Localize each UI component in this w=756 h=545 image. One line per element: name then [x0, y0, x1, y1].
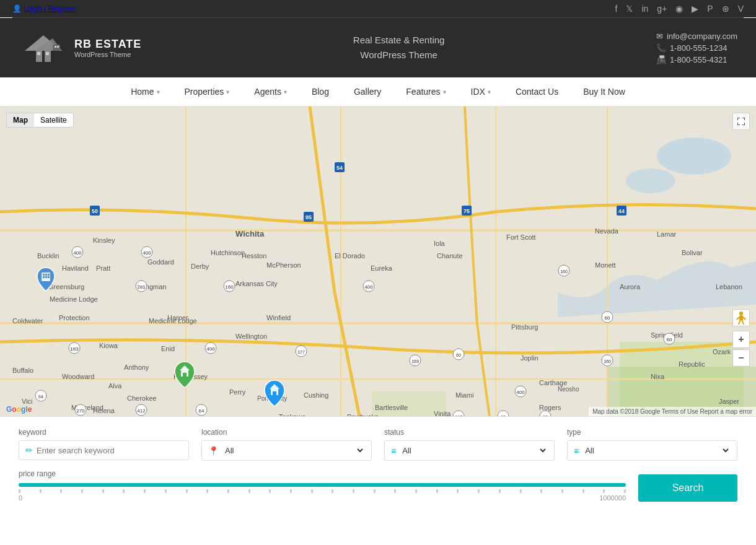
- vimeo-link[interactable]: V: [738, 4, 744, 14]
- nav-contact[interactable]: Contact Us: [503, 77, 571, 106]
- svg-text:Vinita: Vinita: [434, 410, 451, 416]
- svg-text:Neosho: Neosho: [558, 386, 579, 393]
- svg-text:Cherokee: Cherokee: [127, 395, 157, 402]
- svg-text:McPherson: McPherson: [266, 261, 301, 269]
- keyword-input-wrap: ✏: [19, 440, 189, 460]
- linkedin-link[interactable]: in: [641, 4, 648, 14]
- dribbble-link[interactable]: ⊛: [722, 4, 729, 14]
- search-panel: keyword ✏ location 📍 All New York Los An…: [0, 416, 756, 514]
- map-footer: Map data ©2018 Google Terms of Use Repor…: [589, 407, 756, 416]
- pegman-icon: [736, 311, 747, 325]
- map-marker-3[interactable]: [263, 379, 286, 406]
- svg-text:Pittsburg: Pittsburg: [511, 323, 538, 331]
- svg-text:64: 64: [199, 408, 204, 414]
- svg-text:400: 400: [73, 250, 82, 256]
- nav-agents[interactable]: Agents ▾: [242, 77, 299, 106]
- svg-rect-180: [43, 276, 45, 278]
- svg-text:Pawhuska: Pawhuska: [347, 413, 379, 416]
- nav-properties[interactable]: Properties ▾: [172, 77, 242, 106]
- type-select[interactable]: All House Apartment Commercial: [582, 445, 731, 456]
- map-container[interactable]: 85 54 50 75 44 Arkansas City Cushing Tul…: [0, 107, 756, 416]
- map-type-controls: Map Satellite: [6, 113, 74, 128]
- svg-text:183: 183: [70, 346, 79, 352]
- svg-text:Miami: Miami: [455, 391, 473, 399]
- status-field: status ≡ All For Sale For Rent: [384, 428, 555, 461]
- svg-text:Helena: Helena: [93, 407, 115, 414]
- svg-text:Pratt: Pratt: [96, 264, 110, 272]
- search-button[interactable]: Search: [638, 474, 737, 502]
- svg-text:El Dorado: El Dorado: [335, 252, 365, 259]
- svg-rect-5: [46, 52, 49, 55]
- svg-point-10: [657, 137, 731, 175]
- map-marker-1[interactable]: [36, 266, 56, 291]
- facebook-link[interactable]: f: [615, 4, 618, 14]
- svg-text:Lebanon: Lebanon: [716, 283, 742, 290]
- svg-text:60: 60: [456, 353, 461, 357]
- top-bar: 👤 Login / Register f 𝕏 in g+ ◉ ▶ P ⊛ V: [0, 0, 756, 17]
- status-select-wrap: ≡ All For Sale For Rent: [384, 440, 555, 461]
- svg-text:Bucklin: Bucklin: [37, 252, 59, 259]
- pinterest-link[interactable]: P: [707, 4, 713, 14]
- svg-text:Ozark: Ozark: [713, 348, 731, 355]
- google-logo: Google: [6, 405, 32, 414]
- phone2-contact: 📠 1-800-555-4321: [656, 55, 737, 64]
- svg-text:Aurora: Aurora: [620, 283, 641, 290]
- map-pegman[interactable]: [732, 309, 750, 326]
- svg-rect-8: [57, 46, 59, 48]
- price-slider[interactable]: 0 1000000: [19, 483, 626, 502]
- svg-rect-181: [45, 276, 47, 278]
- svg-text:75: 75: [464, 208, 470, 214]
- nav-buy[interactable]: Buy It Now: [571, 77, 638, 106]
- svg-text:Woodward: Woodward: [62, 373, 94, 380]
- price-range-label: Price range: [19, 469, 626, 478]
- svg-rect-182: [48, 276, 50, 278]
- logo-area[interactable]: RB ESTATE WordPress Theme: [19, 29, 141, 66]
- slider-dots: [19, 489, 626, 493]
- location-select[interactable]: All New York Los Angeles Chicago: [222, 445, 365, 456]
- email-icon: ✉: [656, 32, 663, 41]
- svg-text:60: 60: [543, 415, 548, 416]
- twitter-link[interactable]: 𝕏: [626, 4, 633, 14]
- instagram-link[interactable]: ◉: [675, 4, 683, 14]
- svg-text:64: 64: [38, 395, 43, 399]
- svg-text:Jasper: Jasper: [719, 398, 739, 405]
- keyword-input[interactable]: [37, 446, 182, 455]
- nav-agents-arrow: ▾: [284, 89, 287, 95]
- login-register-link[interactable]: 👤 Login / Register: [12, 4, 76, 13]
- svg-line-213: [742, 321, 744, 325]
- nav-idx[interactable]: IDX ▾: [459, 77, 503, 106]
- nav-gallery[interactable]: Gallery: [341, 77, 393, 106]
- svg-text:Cushing: Cushing: [304, 391, 328, 399]
- map-type-satellite-btn[interactable]: Satellite: [34, 113, 73, 127]
- svg-text:400: 400: [364, 284, 373, 290]
- price-range-row: Price range: [19, 469, 737, 502]
- youtube-link[interactable]: ▶: [692, 4, 698, 14]
- svg-text:Eureka: Eureka: [371, 264, 393, 272]
- status-icon: ≡: [391, 446, 396, 456]
- svg-rect-7: [55, 46, 56, 48]
- status-select[interactable]: All For Sale For Rent: [400, 445, 548, 456]
- search-fields-row: keyword ✏ location 📍 All New York Los An…: [19, 428, 737, 461]
- svg-text:Medicine Lodge: Medicine Lodge: [50, 295, 98, 303]
- svg-line-212: [739, 321, 740, 325]
- map-fullscreen-btn[interactable]: [732, 113, 750, 130]
- nav-blog[interactable]: Blog: [299, 77, 341, 106]
- svg-text:270: 270: [76, 408, 85, 414]
- svg-text:Goddard: Goddard: [147, 258, 174, 266]
- main-nav: Home ▾ Properties ▾ Agents ▾ Blog Galler…: [0, 77, 756, 107]
- map-zoom-in-btn[interactable]: +: [732, 331, 750, 348]
- nav-features[interactable]: Features ▾: [393, 77, 458, 106]
- svg-rect-188: [273, 391, 276, 395]
- googleplus-link[interactable]: g+: [657, 4, 667, 14]
- svg-text:Wellington: Wellington: [235, 333, 267, 340]
- location-label: location: [201, 428, 372, 437]
- social-links: f 𝕏 in g+ ◉ ▶ P ⊛ V: [615, 4, 744, 14]
- email-contact: ✉ info@company.com: [656, 32, 737, 41]
- svg-text:400: 400: [206, 346, 215, 352]
- svg-text:Wichita: Wichita: [235, 229, 265, 238]
- nav-home[interactable]: Home ▾: [118, 77, 172, 106]
- map-type-map-btn[interactable]: Map: [7, 113, 34, 127]
- svg-text:160: 160: [604, 359, 611, 364]
- map-zoom-out-btn[interactable]: −: [732, 349, 750, 367]
- map-marker-2[interactable]: [174, 360, 196, 388]
